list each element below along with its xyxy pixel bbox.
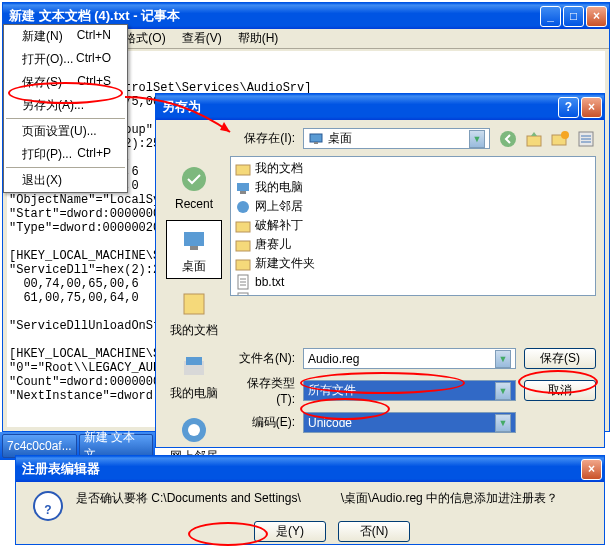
svg-text:?: ? <box>44 503 51 517</box>
file-item[interactable]: ko49[1].txt <box>233 291 593 296</box>
file-item[interactable]: 破解补丁 <box>233 216 593 235</box>
encoding-label: 编码(E): <box>230 414 295 431</box>
menu-exit[interactable]: 退出(X) <box>4 169 127 192</box>
places-Recent[interactable]: Recent <box>166 160 222 214</box>
places-我的电脑[interactable]: 我的电脑 <box>166 348 222 405</box>
saveas-close-button[interactable]: × <box>581 97 602 118</box>
svg-rect-3 <box>527 136 541 146</box>
save-button[interactable]: 保存(S) <box>524 348 596 369</box>
chevron-down-icon: ▼ <box>469 130 485 148</box>
no-button[interactable]: 否(N) <box>338 521 410 542</box>
places-sidebar: Recent桌面我的文档我的电脑网上邻居 <box>164 156 224 357</box>
svg-point-5 <box>561 131 569 139</box>
svg-point-7 <box>182 167 206 191</box>
svg-rect-17 <box>240 191 246 194</box>
file-item[interactable]: 网上邻居 <box>233 197 593 216</box>
file-item[interactable]: 唐赛儿 <box>233 235 593 254</box>
menu-open[interactable]: 打开(O)...Ctrl+O <box>4 48 127 71</box>
svg-rect-12 <box>186 357 202 365</box>
filetype-label: 保存类型(T): <box>230 375 295 406</box>
svg-rect-8 <box>184 232 204 246</box>
registry-titlebar: 注册表编辑器 × <box>16 456 604 482</box>
file-item[interactable]: 我的文档 <box>233 159 593 178</box>
viewmenu-icon[interactable] <box>576 129 596 149</box>
file-menu-dropdown: 新建(N)Ctrl+N 打开(O)...Ctrl+O 保存(S)Ctrl+S 另… <box>3 24 128 193</box>
file-list[interactable]: 我的文档我的电脑网上邻居破解补丁唐赛儿新建文件夹bb.txtko49[1].tx… <box>230 156 596 296</box>
svg-rect-20 <box>236 241 250 251</box>
menu-new[interactable]: 新建(N)Ctrl+N <box>4 25 127 48</box>
file-item[interactable]: 我的电脑 <box>233 178 593 197</box>
menu-save[interactable]: 保存(S)Ctrl+S <box>4 71 127 94</box>
chevron-down-icon: ▼ <box>495 350 511 368</box>
yes-button[interactable]: 是(Y) <box>254 521 326 542</box>
svg-rect-0 <box>310 134 322 142</box>
chevron-down-icon: ▼ <box>495 382 511 400</box>
menu-view[interactable]: 查看(V) <box>174 28 230 49</box>
file-item[interactable]: bb.txt <box>233 273 593 291</box>
menu-print[interactable]: 打印(P)...Ctrl+P <box>4 143 127 166</box>
back-icon[interactable] <box>498 129 518 149</box>
desktop-icon <box>308 131 324 147</box>
question-icon: ? <box>32 490 64 522</box>
svg-point-18 <box>237 201 249 213</box>
menu-saveas[interactable]: 另存为(A)... <box>4 94 127 117</box>
menu-help[interactable]: 帮助(H) <box>230 28 287 49</box>
newfolder-icon[interactable] <box>550 129 570 149</box>
filetype-dropdown[interactable]: 所有文件▼ <box>303 380 516 401</box>
svg-rect-10 <box>184 294 204 314</box>
maximize-button[interactable]: □ <box>563 6 584 27</box>
svg-rect-9 <box>190 246 198 250</box>
cancel-button[interactable]: 取消 <box>524 380 596 401</box>
chevron-down-icon: ▼ <box>495 414 511 432</box>
svg-rect-1 <box>314 142 318 144</box>
up-icon[interactable] <box>524 129 544 149</box>
registry-dialog: 注册表编辑器 × ? 是否确认要将 C:\Documents and Setti… <box>15 455 605 545</box>
filename-input[interactable]: Audio.reg▼ <box>303 348 516 369</box>
places-桌面[interactable]: 桌面 <box>166 220 222 279</box>
minimize-button[interactable]: _ <box>540 6 561 27</box>
help-button[interactable]: ? <box>558 97 579 118</box>
svg-rect-16 <box>237 183 249 191</box>
close-button[interactable]: × <box>586 6 607 27</box>
notepad-title: 新建 文本文档 (4).txt - 记事本 <box>9 7 540 25</box>
svg-rect-15 <box>236 165 250 175</box>
registry-close-button[interactable]: × <box>581 459 602 480</box>
places-我的文档[interactable]: 我的文档 <box>166 285 222 342</box>
file-item[interactable]: 新建文件夹 <box>233 254 593 273</box>
svg-rect-23 <box>238 293 248 296</box>
menu-pagesetup[interactable]: 页面设置(U)... <box>4 120 127 143</box>
registry-message: 是否确认要将 C:\Documents and Settings\ <box>76 490 301 507</box>
registry-title: 注册表编辑器 <box>22 460 581 478</box>
filename-label: 文件名(N): <box>230 350 295 367</box>
svg-point-14 <box>188 424 200 436</box>
red-arrow <box>120 92 240 142</box>
svg-rect-21 <box>236 260 250 270</box>
saveas-dialog: 另存为 ? × 保存在(I): 桌面 ▼ Recent桌面我的文档我的电脑网上邻… <box>155 93 605 448</box>
svg-rect-19 <box>236 222 250 232</box>
svg-point-2 <box>500 131 516 147</box>
encoding-dropdown[interactable]: Unicode▼ <box>303 412 516 433</box>
savein-dropdown[interactable]: 桌面 ▼ <box>303 128 490 149</box>
